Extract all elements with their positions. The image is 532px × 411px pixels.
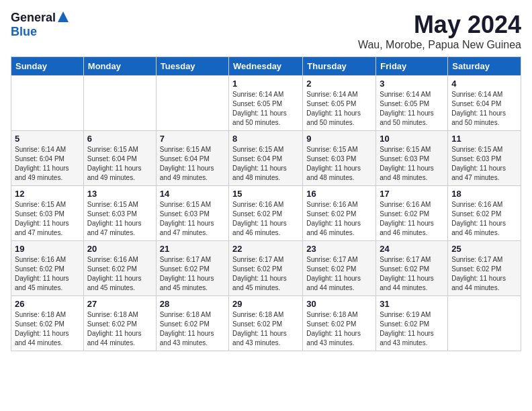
day-number: 17 [380,189,444,199]
calendar-cell: 27Sunrise: 6:18 AM Sunset: 6:02 PM Dayli… [83,296,156,351]
calendar-cell: 22Sunrise: 6:17 AM Sunset: 6:02 PM Dayli… [229,241,303,296]
day-info: Sunrise: 6:16 AM Sunset: 6:02 PM Dayligh… [232,200,299,238]
weekday-header-cell: Sunday [11,57,84,76]
day-number: 21 [160,244,225,254]
calendar-cell: 6Sunrise: 6:15 AM Sunset: 6:04 PM Daylig… [83,131,156,186]
day-number: 14 [160,189,225,199]
calendar-cell: 9Sunrise: 6:15 AM Sunset: 6:03 PM Daylig… [303,131,376,186]
calendar-cell: 25Sunrise: 6:17 AM Sunset: 6:02 PM Dayli… [448,241,521,296]
day-number: 11 [451,134,517,144]
calendar-cell [448,296,521,351]
day-info: Sunrise: 6:16 AM Sunset: 6:02 PM Dayligh… [15,255,80,293]
day-info: Sunrise: 6:19 AM Sunset: 6:02 PM Dayligh… [380,310,444,348]
day-number: 27 [87,299,152,309]
day-info: Sunrise: 6:15 AM Sunset: 6:04 PM Dayligh… [87,145,152,183]
day-number: 8 [232,134,299,144]
calendar-table: SundayMondayTuesdayWednesdayThursdayFrid… [11,56,521,351]
day-number: 29 [232,299,299,309]
day-info: Sunrise: 6:16 AM Sunset: 6:02 PM Dayligh… [87,255,152,293]
logo-general-text: General [11,11,56,25]
calendar-cell: 2Sunrise: 6:14 AM Sunset: 6:05 PM Daylig… [303,76,376,131]
day-info: Sunrise: 6:15 AM Sunset: 6:03 PM Dayligh… [380,145,444,183]
day-info: Sunrise: 6:17 AM Sunset: 6:02 PM Dayligh… [451,255,517,293]
calendar-cell: 30Sunrise: 6:18 AM Sunset: 6:02 PM Dayli… [303,296,376,351]
day-number: 7 [160,134,225,144]
day-number: 16 [306,189,372,199]
calendar-cell: 23Sunrise: 6:17 AM Sunset: 6:02 PM Dayli… [303,241,376,296]
day-number: 6 [87,134,152,144]
calendar-body: 1Sunrise: 6:14 AM Sunset: 6:05 PM Daylig… [11,76,521,351]
calendar-cell [11,76,84,131]
calendar-title: May 2024 [358,11,521,39]
header: General Blue May 2024 Wau, Morobe, Papua… [11,11,521,51]
day-number: 22 [232,244,299,254]
day-info: Sunrise: 6:15 AM Sunset: 6:03 PM Dayligh… [306,145,372,183]
day-number: 23 [306,244,372,254]
day-info: Sunrise: 6:18 AM Sunset: 6:02 PM Dayligh… [232,310,299,348]
calendar-cell: 29Sunrise: 6:18 AM Sunset: 6:02 PM Dayli… [229,296,303,351]
day-info: Sunrise: 6:15 AM Sunset: 6:04 PM Dayligh… [160,145,225,183]
calendar-subtitle: Wau, Morobe, Papua New Guinea [358,39,521,51]
logo: General Blue [11,11,69,39]
calendar-cell: 20Sunrise: 6:16 AM Sunset: 6:02 PM Dayli… [83,241,156,296]
day-number: 12 [15,189,80,199]
title-area: May 2024 Wau, Morobe, Papua New Guinea [358,11,521,51]
calendar-cell: 1Sunrise: 6:14 AM Sunset: 6:05 PM Daylig… [229,76,303,131]
day-number: 13 [87,189,152,199]
day-info: Sunrise: 6:16 AM Sunset: 6:02 PM Dayligh… [380,200,444,238]
day-info: Sunrise: 6:15 AM Sunset: 6:04 PM Dayligh… [232,145,299,183]
day-number: 2 [306,79,372,89]
day-number: 3 [380,79,444,89]
calendar-week-row: 1Sunrise: 6:14 AM Sunset: 6:05 PM Daylig… [11,76,521,131]
calendar-cell [83,76,156,131]
calendar-cell: 8Sunrise: 6:15 AM Sunset: 6:04 PM Daylig… [229,131,303,186]
calendar-cell: 10Sunrise: 6:15 AM Sunset: 6:03 PM Dayli… [376,131,448,186]
logo-icon [57,11,69,23]
calendar-cell: 13Sunrise: 6:15 AM Sunset: 6:03 PM Dayli… [83,186,156,241]
weekday-header-cell: Thursday [303,57,376,76]
day-info: Sunrise: 6:14 AM Sunset: 6:05 PM Dayligh… [232,90,299,128]
weekday-header-cell: Saturday [448,57,521,76]
calendar-week-row: 5Sunrise: 6:14 AM Sunset: 6:04 PM Daylig… [11,131,521,186]
day-number: 9 [306,134,372,144]
day-number: 5 [15,134,80,144]
calendar-cell: 11Sunrise: 6:15 AM Sunset: 6:03 PM Dayli… [448,131,521,186]
day-info: Sunrise: 6:15 AM Sunset: 6:03 PM Dayligh… [15,200,80,238]
weekday-header-row: SundayMondayTuesdayWednesdayThursdayFrid… [11,57,521,76]
day-number: 20 [87,244,152,254]
calendar-cell: 7Sunrise: 6:15 AM Sunset: 6:04 PM Daylig… [156,131,228,186]
calendar-week-row: 26Sunrise: 6:18 AM Sunset: 6:02 PM Dayli… [11,296,521,351]
day-number: 15 [232,189,299,199]
day-info: Sunrise: 6:17 AM Sunset: 6:02 PM Dayligh… [306,255,372,293]
weekday-header-cell: Monday [83,57,156,76]
day-info: Sunrise: 6:14 AM Sunset: 6:05 PM Dayligh… [306,90,372,128]
calendar-cell: 3Sunrise: 6:14 AM Sunset: 6:05 PM Daylig… [376,76,448,131]
weekday-header-cell: Tuesday [156,57,228,76]
day-info: Sunrise: 6:14 AM Sunset: 6:05 PM Dayligh… [380,90,444,128]
day-info: Sunrise: 6:18 AM Sunset: 6:02 PM Dayligh… [306,310,372,348]
day-info: Sunrise: 6:16 AM Sunset: 6:02 PM Dayligh… [451,200,517,238]
calendar-cell: 16Sunrise: 6:16 AM Sunset: 6:02 PM Dayli… [303,186,376,241]
calendar-cell: 14Sunrise: 6:15 AM Sunset: 6:03 PM Dayli… [156,186,228,241]
calendar-cell: 18Sunrise: 6:16 AM Sunset: 6:02 PM Dayli… [448,186,521,241]
day-info: Sunrise: 6:15 AM Sunset: 6:03 PM Dayligh… [87,200,152,238]
logo-blue-text: Blue [11,25,37,38]
svg-marker-0 [58,11,69,22]
calendar-cell: 28Sunrise: 6:18 AM Sunset: 6:02 PM Dayli… [156,296,228,351]
calendar-cell: 21Sunrise: 6:17 AM Sunset: 6:02 PM Dayli… [156,241,228,296]
weekday-header-cell: Friday [376,57,448,76]
calendar-cell: 15Sunrise: 6:16 AM Sunset: 6:02 PM Dayli… [229,186,303,241]
day-info: Sunrise: 6:17 AM Sunset: 6:02 PM Dayligh… [380,255,444,293]
calendar-cell: 17Sunrise: 6:16 AM Sunset: 6:02 PM Dayli… [376,186,448,241]
day-number: 25 [451,244,517,254]
day-number: 18 [451,189,517,199]
day-info: Sunrise: 6:16 AM Sunset: 6:02 PM Dayligh… [306,200,372,238]
calendar-cell: 24Sunrise: 6:17 AM Sunset: 6:02 PM Dayli… [376,241,448,296]
day-info: Sunrise: 6:14 AM Sunset: 6:04 PM Dayligh… [15,145,80,183]
day-info: Sunrise: 6:17 AM Sunset: 6:02 PM Dayligh… [232,255,299,293]
calendar-cell: 31Sunrise: 6:19 AM Sunset: 6:02 PM Dayli… [376,296,448,351]
calendar-week-row: 12Sunrise: 6:15 AM Sunset: 6:03 PM Dayli… [11,186,521,241]
calendar-cell: 5Sunrise: 6:14 AM Sunset: 6:04 PM Daylig… [11,131,84,186]
day-number: 10 [380,134,444,144]
day-number: 26 [15,299,80,309]
